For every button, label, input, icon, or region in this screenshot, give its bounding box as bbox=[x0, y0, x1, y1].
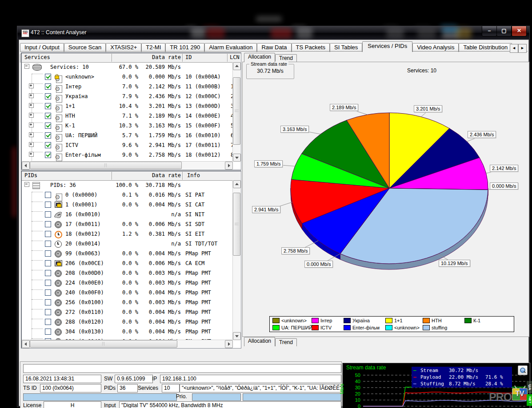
scroll-thumb[interactable] bbox=[30, 340, 177, 348]
tab-alarm-evaluation[interactable]: Alarm Evaluation bbox=[204, 43, 257, 52]
scroll-down-button[interactable] bbox=[233, 332, 241, 340]
pid-row[interactable]: 304 (0x0130)0.0 %0.004 Mb/sPMap PMT bbox=[22, 327, 233, 337]
pid-checkbox-unchecked[interactable] bbox=[45, 221, 51, 227]
pid-checkbox-unchecked[interactable] bbox=[45, 202, 51, 208]
pid-checkbox-unchecked[interactable] bbox=[45, 329, 51, 335]
subtab-allocation[interactable]: Allocation bbox=[244, 53, 275, 62]
pid-checkbox-unchecked[interactable] bbox=[45, 260, 51, 266]
service-checkbox-checked[interactable] bbox=[45, 123, 51, 129]
tab-scroll-left-button[interactable]: ◄ bbox=[510, 44, 518, 53]
tab-table-distribution[interactable]: Table Distribution bbox=[459, 43, 512, 52]
service-checkbox-checked[interactable] bbox=[45, 132, 51, 139]
column-header-services[interactable]: Services bbox=[24, 54, 50, 60]
service-row[interactable]: ⚙UA: ПЕРШИЙ5.7 %1.759 Mb/s16 (0x0010)6 bbox=[22, 131, 233, 140]
tab-xtasis2-[interactable]: XTASIS2+ bbox=[106, 43, 141, 52]
service-row[interactable]: ⚙<unknown>0.0 %0.000 Mb/s10 (0x000A) bbox=[22, 72, 233, 82]
service-row[interactable]: ⚙К-110.3 %3.163 Mb/s15 (0x000F)5 bbox=[22, 121, 233, 131]
pid-row[interactable]: 224 (0x00E0)0.0 %0.003 Mb/sPMap PMT bbox=[22, 278, 233, 288]
tab-video-analysis[interactable]: Video Analysis bbox=[412, 43, 459, 52]
service-row[interactable]: ⚙Україна7.9 %2.436 Mb/s12 (0x000C)2 bbox=[22, 91, 233, 101]
tab-scroll-right-button[interactable]: ► bbox=[518, 44, 527, 53]
pids-table-header[interactable]: PIDs Data rate Info bbox=[22, 171, 240, 181]
pid-checkbox-unchecked[interactable] bbox=[45, 250, 51, 257]
tab-source-scan[interactable]: Source Scan bbox=[64, 43, 106, 52]
collapse-expander[interactable] bbox=[24, 64, 29, 69]
column-header-lcn[interactable]: LCN bbox=[230, 54, 240, 60]
expand-button[interactable] bbox=[29, 93, 34, 98]
tab-t2-mi[interactable]: T2-MI bbox=[141, 43, 165, 52]
column-header-id[interactable]: ID bbox=[185, 54, 192, 60]
scroll-left-button[interactable] bbox=[22, 340, 30, 348]
collapse-expander[interactable] bbox=[24, 182, 29, 187]
expand-button[interactable] bbox=[29, 132, 34, 137]
pid-checkbox-unchecked[interactable] bbox=[45, 289, 51, 296]
pid-checkbox-unchecked[interactable] bbox=[45, 270, 51, 276]
expand-button[interactable] bbox=[29, 142, 34, 147]
pid-checkbox-unchecked[interactable] bbox=[45, 192, 51, 198]
message-field[interactable] bbox=[23, 364, 341, 373]
tab-raw-data[interactable]: Raw Data bbox=[257, 43, 291, 52]
service-row[interactable]: ⚙1+110.4 %3.201 Mb/s13 (0x000D)3 bbox=[22, 101, 233, 111]
pid-row[interactable]: 18 (0x0012)1.2 %0.381 Mb/sSI EIT bbox=[22, 229, 233, 239]
subtab-trend[interactable]: Trend bbox=[275, 338, 297, 346]
scroll-down-button[interactable] bbox=[233, 154, 241, 162]
service-checkbox-checked[interactable] bbox=[45, 83, 51, 90]
pid-checkbox-unchecked[interactable] bbox=[45, 280, 51, 286]
pids-horizontal-scrollbar[interactable] bbox=[22, 340, 233, 348]
title-bar[interactable]: 0101ABC 4T2 :: Content Analyser – ▢ ✕ bbox=[17, 26, 529, 40]
pid-row[interactable]: 272 (0x0110)0.0 %0.004 Mb/sPMap PMT bbox=[22, 307, 233, 317]
services-horizontal-scrollbar[interactable] bbox=[22, 161, 233, 169]
scroll-thumb[interactable] bbox=[233, 77, 240, 145]
pid-row[interactable]: 99 (0x0063)0.0 %0.004 Mb/sPMap PMT bbox=[22, 249, 233, 258]
scroll-up-button[interactable] bbox=[233, 62, 241, 70]
expand-button[interactable] bbox=[29, 83, 34, 88]
service-checkbox-checked[interactable] bbox=[45, 93, 51, 99]
pid-checkbox-unchecked[interactable] bbox=[45, 241, 51, 247]
service-checkbox-checked[interactable] bbox=[45, 103, 51, 109]
pid-row[interactable]: 240 (0x00F0)0.0 %0.004 Mb/sPMap PMT bbox=[22, 288, 233, 297]
pid-checkbox-unchecked[interactable] bbox=[45, 309, 51, 315]
expand-button[interactable] bbox=[29, 113, 34, 118]
service-row[interactable]: ⚙Enter-фільм9.0 %2.758 Mb/s18 (0x0012)8 bbox=[22, 150, 233, 160]
tab-si-tables[interactable]: SI Tables bbox=[330, 43, 362, 52]
pid-checkbox-unchecked[interactable] bbox=[45, 299, 51, 305]
pid-row[interactable]: 20 (0x0014)n/aSI TDT/TOT bbox=[22, 239, 233, 249]
close-button[interactable]: ✕ bbox=[512, 26, 527, 36]
pids-vertical-scrollbar[interactable] bbox=[232, 180, 240, 340]
scroll-thumb[interactable] bbox=[30, 162, 182, 169]
tab-input-output[interactable]: Input / Output bbox=[20, 43, 64, 52]
service-checkbox-checked[interactable] bbox=[45, 152, 51, 158]
expand-button[interactable] bbox=[29, 152, 34, 157]
services-table-header[interactable]: Services Data rate ID LCN bbox=[22, 53, 240, 63]
column-header-pids[interactable]: PIDs bbox=[24, 172, 37, 178]
service-checkbox-checked[interactable] bbox=[45, 74, 51, 80]
tab-ts-packets[interactable]: TS Packets bbox=[292, 43, 330, 52]
scroll-left-button[interactable] bbox=[22, 162, 30, 170]
pid-row[interactable]: 17 (0x0011)0.0 %0.006 Mb/sSI SDT bbox=[22, 219, 233, 229]
pid-row[interactable]: 288 (0x0120)0.0 %0.004 Mb/sPMap PMT bbox=[22, 317, 233, 327]
service-row[interactable]: ⚙Інтер7.0 %2.142 Mb/s11 (0x000B)1 bbox=[22, 82, 233, 91]
minimize-button[interactable]: – bbox=[482, 26, 497, 36]
column-header-info[interactable]: Info bbox=[187, 172, 200, 178]
expand-button[interactable] bbox=[29, 123, 34, 127]
column-header-data-rate[interactable]: Data rate bbox=[136, 54, 181, 60]
subtab-allocation[interactable]: Allocation bbox=[244, 337, 275, 346]
services-vertical-scrollbar[interactable] bbox=[232, 62, 240, 162]
magnifier-button[interactable] bbox=[518, 365, 528, 375]
scroll-up-button[interactable] bbox=[233, 180, 241, 188]
expand-button[interactable] bbox=[29, 103, 34, 108]
column-header-data-rate[interactable]: Data rate bbox=[136, 172, 181, 178]
pid-checkbox-unchecked[interactable] bbox=[45, 319, 51, 325]
tab-tr-101-290[interactable]: TR 101 290 bbox=[165, 43, 204, 52]
pid-row[interactable]: 208 (0x00D0)0.0 %0.003 Mb/sPMap PMT bbox=[22, 268, 233, 278]
pid-row[interactable]: ⚙0 (0x0000)0.1 %0.016 Mb/sSI PAT bbox=[22, 190, 233, 200]
service-checkbox-checked[interactable] bbox=[45, 142, 51, 148]
scroll-right-button[interactable] bbox=[225, 162, 233, 170]
pid-row[interactable]: 256 (0x0100)0.0 %0.003 Mb/sPMap PMT bbox=[22, 297, 233, 307]
maximize-button[interactable]: ▢ bbox=[496, 26, 512, 36]
pid-checkbox-unchecked[interactable] bbox=[45, 211, 51, 218]
scroll-right-button[interactable] bbox=[225, 340, 233, 348]
tab-services-pids[interactable]: Services / PIDs bbox=[362, 41, 412, 52]
pid-row[interactable]: 16 (0x0010)n/aSI NIT bbox=[22, 210, 233, 219]
service-row[interactable]: ⚙ICTV9.6 %2.941 Mb/s17 (0x0011)7 bbox=[22, 140, 233, 150]
